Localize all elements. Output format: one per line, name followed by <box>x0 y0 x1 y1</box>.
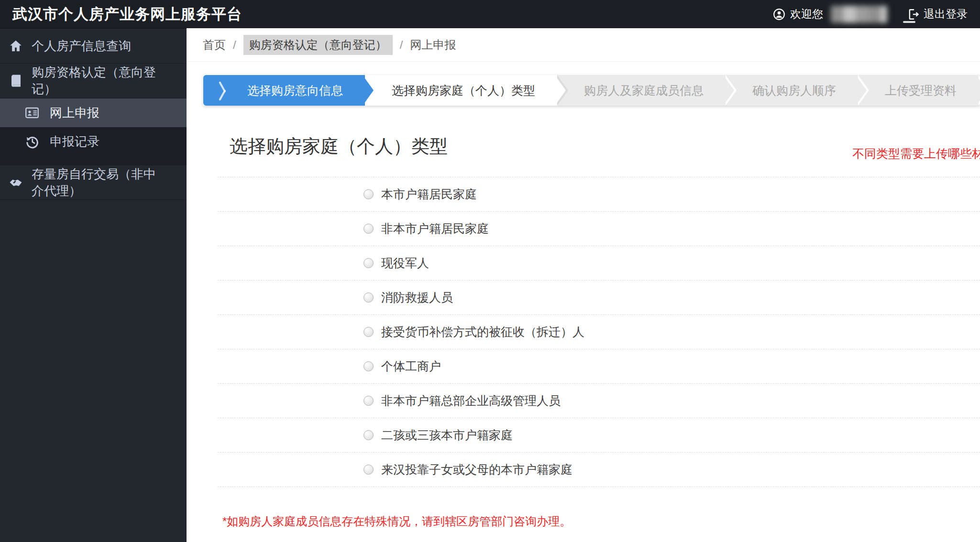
family-type-option-label[interactable]: 来汉投靠子女或父母的本市户籍家庭 <box>381 462 573 477</box>
wizard-step-label: 选择购房意向信息 <box>247 84 343 97</box>
top-header: 武汉市个人房产业务网上服务平台 欢迎您 退出登录 <box>0 0 980 28</box>
wizard-step: 购房人及家庭成员信息 <box>557 75 726 106</box>
family-type-radio[interactable] <box>363 224 374 234</box>
wizard-step: 上传受理资料 <box>858 75 979 106</box>
handshake-icon <box>9 175 25 190</box>
home-icon <box>9 39 25 53</box>
family-type-option-row[interactable]: 现役军人 <box>218 246 980 281</box>
family-type-radio[interactable] <box>363 189 374 199</box>
id-card-icon <box>25 106 42 120</box>
user-name-blurred <box>831 6 887 23</box>
wizard-step: 选择购房家庭（个人）类型 <box>365 75 557 106</box>
sidebar-item-label: 个人房产信息查询 <box>32 38 131 54</box>
special-case-note: *如购房人家庭成员信息存在特殊情况，请到辖区房管部门咨询办理。 <box>222 514 980 529</box>
family-type-option-label[interactable]: 非本市户籍总部企业高级管理人员 <box>381 393 561 409</box>
sidebar-subitem-label: 申报记录 <box>50 133 99 150</box>
family-type-option-row[interactable]: 非本市户籍总部企业高级管理人员 <box>218 384 980 418</box>
wizard-step-label: 确认购房人顺序 <box>752 84 836 97</box>
family-type-option-row[interactable]: 接受货币补偿方式的被征收（拆迁）人 <box>218 315 980 349</box>
app-root: 武汉市个人房产业务网上服务平台 欢迎您 退出登录 个人房产信息查询 <box>0 0 980 542</box>
sidebar-item-purchase-qualification[interactable]: 购房资格认定（意向登记） <box>0 64 187 98</box>
welcome-label: 欢迎您 <box>790 7 823 22</box>
family-type-option-row[interactable]: 来汉投靠子女或父母的本市户籍家庭 <box>218 453 980 487</box>
wizard-step-label: 购房人及家庭成员信息 <box>584 84 704 97</box>
sidebar-submenu: 网上申报 申报记录 <box>0 98 187 165</box>
sidebar-item-label: 购房资格认定（意向登记） <box>32 64 166 98</box>
breadcrumb-label[interactable]: 购房资格认定（意向登记） <box>243 35 393 55</box>
breadcrumb-item[interactable]: / 购房资格认定（意向登记） <box>226 35 393 55</box>
family-type-option-label[interactable]: 现役军人 <box>381 255 429 271</box>
app-title: 武汉市个人房产业务网上服务平台 <box>12 4 242 24</box>
family-type-radio[interactable] <box>363 361 374 371</box>
sidebar: 个人房产信息查询 购房资格认定（意向登记） 网上申报 <box>0 28 187 542</box>
family-type-option-row[interactable]: 非本市户籍居民家庭 <box>218 212 980 246</box>
family-type-radio[interactable] <box>363 430 374 440</box>
family-type-radio[interactable] <box>363 258 374 268</box>
breadcrumb-label[interactable]: 首页 <box>203 37 226 53</box>
wizard-steps: 选择购房意向信息 选择购房家庭（个人）类型 购房人及家庭成员信息 <box>203 75 980 106</box>
family-type-option-label[interactable]: 接受货币补偿方式的被征收（拆迁）人 <box>381 324 584 340</box>
wizard-step: 确认购房人顺序 <box>726 75 858 106</box>
breadcrumb-separator: / <box>233 38 236 52</box>
sidebar-subitem-declaration-records[interactable]: 申报记录 <box>0 127 187 156</box>
sidebar-subitem-label: 网上申报 <box>50 105 99 121</box>
sidebar-subitem-online-declaration[interactable]: 网上申报 <box>0 98 187 127</box>
family-type-option-label[interactable]: 消防救援人员 <box>381 290 453 305</box>
breadcrumb: / 首页 / 购房资格认定（意向登记） / 网上申报 <box>187 28 980 62</box>
family-type-radio[interactable] <box>363 396 374 406</box>
step-chevron-icon <box>223 80 231 100</box>
logout-label: 退出登录 <box>924 7 968 22</box>
family-type-radio[interactable] <box>363 293 374 303</box>
family-type-option-label[interactable]: 本市户籍居民家庭 <box>381 186 477 202</box>
family-type-option-label[interactable]: 个体工商户 <box>381 358 441 374</box>
wizard-step-label: 上传受理资料 <box>885 84 957 97</box>
wizard-step: 选择购房意向信息 <box>203 75 365 106</box>
sidebar-item-property-info-query[interactable]: 个人房产信息查询 <box>0 29 187 64</box>
family-type-option-row[interactable]: 本市户籍居民家庭 <box>218 177 980 212</box>
family-type-options: 本市户籍居民家庭 非本市户籍居民家庭 现役军人 <box>218 177 980 487</box>
family-type-option-label[interactable]: 非本市户籍居民家庭 <box>381 221 489 237</box>
wizard-step-label: 选择购房家庭（个人）类型 <box>392 84 535 97</box>
upload-materials-help-link[interactable]: 不同类型需要上传哪些材 <box>852 146 980 162</box>
breadcrumb-label[interactable]: 网上申报 <box>410 37 456 53</box>
breadcrumb-item[interactable]: / 网上申报 <box>393 37 456 53</box>
family-type-option-label[interactable]: 二孩或三孩本市户籍家庭 <box>381 427 513 443</box>
sidebar-item-label: 存量房自行交易（非中介代理） <box>32 166 166 199</box>
family-type-radio[interactable] <box>363 465 374 475</box>
book-icon <box>9 74 25 88</box>
user-circle-icon <box>773 8 785 21</box>
family-type-option-row[interactable]: 消防救援人员 <box>218 281 980 315</box>
sidebar-item-existing-home-transaction[interactable]: 存量房自行交易（非中介代理） <box>0 165 187 200</box>
logout-button[interactable]: 退出登录 <box>907 7 968 22</box>
user-menu-indicator <box>903 21 915 23</box>
family-type-option-row[interactable]: 个体工商户 <box>218 349 980 384</box>
content-area: 选择购房家庭（个人）类型 不同类型需要上传哪些材 本市户籍居民家庭 非本市户籍居… <box>187 106 980 542</box>
logout-icon <box>907 8 920 21</box>
family-type-radio[interactable] <box>363 327 374 337</box>
header-user-area: 欢迎您 退出登录 <box>773 6 968 23</box>
breadcrumb-item[interactable]: / 首页 <box>203 37 226 53</box>
family-type-option-row[interactable]: 二孩或三孩本市户籍家庭 <box>218 418 980 453</box>
breadcrumb-separator: / <box>400 38 403 52</box>
history-icon <box>25 134 42 149</box>
main-panel: / 首页 / 购房资格认定（意向登记） / 网上申报 <box>187 28 980 542</box>
